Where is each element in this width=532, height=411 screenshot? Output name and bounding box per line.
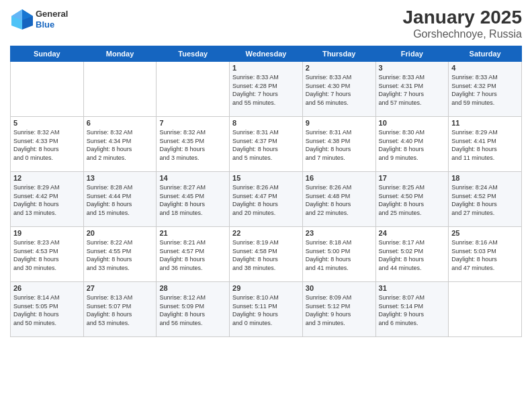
weekday-header-saturday: Saturday <box>449 46 522 62</box>
day-number: 30 <box>306 284 373 292</box>
day-number: 27 <box>87 284 154 292</box>
day-number: 21 <box>159 229 226 237</box>
cell-content: Sunrise: 8:18 AM Sunset: 5:00 PM Dayligh… <box>306 238 373 272</box>
cell-content: Sunrise: 8:30 AM Sunset: 4:40 PM Dayligh… <box>379 128 446 162</box>
calendar-week-row: 26Sunrise: 8:14 AM Sunset: 5:05 PM Dayli… <box>11 282 522 337</box>
logo: General Blue <box>10 7 68 32</box>
day-number: 2 <box>306 64 373 72</box>
day-number: 6 <box>87 119 154 127</box>
cell-content: Sunrise: 8:27 AM Sunset: 4:45 PM Dayligh… <box>159 183 226 217</box>
calendar-cell: 2Sunrise: 8:33 AM Sunset: 4:30 PM Daylig… <box>302 62 375 117</box>
cell-content: Sunrise: 8:26 AM Sunset: 4:47 PM Dayligh… <box>232 183 300 217</box>
calendar-subtitle: Gorshechnoye, Russia <box>403 28 522 40</box>
day-number: 18 <box>451 174 519 182</box>
calendar-cell: 17Sunrise: 8:25 AM Sunset: 4:50 PM Dayli… <box>375 172 449 227</box>
day-number: 9 <box>306 119 373 127</box>
day-number: 5 <box>13 119 81 127</box>
calendar-cell: 8Sunrise: 8:31 AM Sunset: 4:37 PM Daylig… <box>230 117 303 172</box>
calendar-cell: 22Sunrise: 8:19 AM Sunset: 4:58 PM Dayli… <box>230 227 303 282</box>
calendar-week-row: 5Sunrise: 8:32 AM Sunset: 4:33 PM Daylig… <box>11 117 522 172</box>
cell-content: Sunrise: 8:23 AM Sunset: 4:53 PM Dayligh… <box>13 238 81 272</box>
calendar-cell: 6Sunrise: 8:32 AM Sunset: 4:34 PM Daylig… <box>83 117 157 172</box>
calendar-table: SundayMondayTuesdayWednesdayThursdayFrid… <box>10 46 522 337</box>
calendar-cell: 14Sunrise: 8:27 AM Sunset: 4:45 PM Dayli… <box>157 172 230 227</box>
weekday-header-row: SundayMondayTuesdayWednesdayThursdayFrid… <box>11 46 522 62</box>
day-number: 17 <box>379 174 446 182</box>
day-number: 22 <box>232 229 300 237</box>
weekday-header-monday: Monday <box>83 46 157 62</box>
cell-content: Sunrise: 8:07 AM Sunset: 5:14 PM Dayligh… <box>379 293 446 327</box>
cell-content: Sunrise: 8:14 AM Sunset: 5:05 PM Dayligh… <box>13 293 81 327</box>
cell-content: Sunrise: 8:33 AM Sunset: 4:32 PM Dayligh… <box>451 73 519 107</box>
calendar-cell <box>11 62 84 117</box>
day-number: 15 <box>232 174 300 182</box>
day-number: 19 <box>13 229 81 237</box>
calendar-cell: 29Sunrise: 8:10 AM Sunset: 5:11 PM Dayli… <box>230 282 303 337</box>
calendar-cell: 20Sunrise: 8:22 AM Sunset: 4:55 PM Dayli… <box>83 227 157 282</box>
cell-content: Sunrise: 8:29 AM Sunset: 4:41 PM Dayligh… <box>451 128 519 162</box>
cell-content: Sunrise: 8:32 AM Sunset: 4:35 PM Dayligh… <box>159 128 226 162</box>
calendar-cell: 24Sunrise: 8:17 AM Sunset: 5:02 PM Dayli… <box>375 227 449 282</box>
day-number: 7 <box>159 119 226 127</box>
cell-content: Sunrise: 8:31 AM Sunset: 4:37 PM Dayligh… <box>232 128 300 162</box>
day-number: 4 <box>451 64 519 72</box>
day-number: 20 <box>87 229 154 237</box>
cell-content: Sunrise: 8:22 AM Sunset: 4:55 PM Dayligh… <box>87 238 154 272</box>
day-number: 8 <box>232 119 300 127</box>
calendar-cell: 10Sunrise: 8:30 AM Sunset: 4:40 PM Dayli… <box>375 117 449 172</box>
cell-content: Sunrise: 8:19 AM Sunset: 4:58 PM Dayligh… <box>232 238 300 272</box>
day-number: 1 <box>232 64 300 72</box>
cell-content: Sunrise: 8:33 AM Sunset: 4:30 PM Dayligh… <box>306 73 373 107</box>
weekday-header-sunday: Sunday <box>11 46 84 62</box>
cell-content: Sunrise: 8:12 AM Sunset: 5:09 PM Dayligh… <box>159 293 226 327</box>
calendar-cell: 26Sunrise: 8:14 AM Sunset: 5:05 PM Dayli… <box>11 282 84 337</box>
calendar-cell: 19Sunrise: 8:23 AM Sunset: 4:53 PM Dayli… <box>11 227 84 282</box>
day-number: 10 <box>379 119 446 127</box>
cell-content: Sunrise: 8:32 AM Sunset: 4:33 PM Dayligh… <box>13 128 81 162</box>
calendar-week-row: 19Sunrise: 8:23 AM Sunset: 4:53 PM Dayli… <box>11 227 522 282</box>
logo-blue: Blue <box>36 19 68 30</box>
calendar-cell: 9Sunrise: 8:31 AM Sunset: 4:38 PM Daylig… <box>302 117 375 172</box>
day-number: 25 <box>451 229 519 237</box>
calendar-cell: 23Sunrise: 8:18 AM Sunset: 5:00 PM Dayli… <box>302 227 375 282</box>
calendar-cell: 18Sunrise: 8:24 AM Sunset: 4:52 PM Dayli… <box>449 172 522 227</box>
cell-content: Sunrise: 8:28 AM Sunset: 4:44 PM Dayligh… <box>87 183 154 217</box>
day-number: 28 <box>159 284 226 292</box>
calendar-title: January 2025 <box>403 7 522 28</box>
day-number: 12 <box>13 174 81 182</box>
cell-content: Sunrise: 8:31 AM Sunset: 4:38 PM Dayligh… <box>306 128 373 162</box>
cell-content: Sunrise: 8:33 AM Sunset: 4:28 PM Dayligh… <box>232 73 300 107</box>
cell-content: Sunrise: 8:16 AM Sunset: 5:03 PM Dayligh… <box>451 238 519 272</box>
day-number: 23 <box>306 229 373 237</box>
title-block: January 2025 Gorshechnoye, Russia <box>403 7 522 40</box>
day-number: 16 <box>306 174 373 182</box>
weekday-header-wednesday: Wednesday <box>230 46 303 62</box>
calendar-cell: 31Sunrise: 8:07 AM Sunset: 5:14 PM Dayli… <box>375 282 449 337</box>
cell-content: Sunrise: 8:29 AM Sunset: 4:42 PM Dayligh… <box>13 183 81 217</box>
cell-content: Sunrise: 8:32 AM Sunset: 4:34 PM Dayligh… <box>87 128 154 162</box>
calendar-cell: 7Sunrise: 8:32 AM Sunset: 4:35 PM Daylig… <box>157 117 230 172</box>
calendar-cell: 4Sunrise: 8:33 AM Sunset: 4:32 PM Daylig… <box>449 62 522 117</box>
day-number: 26 <box>13 284 81 292</box>
weekday-header-friday: Friday <box>375 46 449 62</box>
calendar-cell <box>157 62 230 117</box>
day-number: 14 <box>159 174 226 182</box>
calendar-cell: 1Sunrise: 8:33 AM Sunset: 4:28 PM Daylig… <box>230 62 303 117</box>
day-number: 24 <box>379 229 446 237</box>
day-number: 11 <box>451 119 519 127</box>
calendar-cell: 11Sunrise: 8:29 AM Sunset: 4:41 PM Dayli… <box>449 117 522 172</box>
cell-content: Sunrise: 8:09 AM Sunset: 5:12 PM Dayligh… <box>306 293 373 327</box>
logo-general: General <box>36 9 68 19</box>
calendar-cell: 5Sunrise: 8:32 AM Sunset: 4:33 PM Daylig… <box>11 117 84 172</box>
header: General Blue January 2025 Gorshechnoye, … <box>10 7 522 40</box>
cell-content: Sunrise: 8:26 AM Sunset: 4:48 PM Dayligh… <box>306 183 373 217</box>
logo-icon <box>10 7 36 32</box>
calendar-cell: 3Sunrise: 8:33 AM Sunset: 4:31 PM Daylig… <box>375 62 449 117</box>
calendar-week-row: 1Sunrise: 8:33 AM Sunset: 4:28 PM Daylig… <box>11 62 522 117</box>
calendar-cell: 13Sunrise: 8:28 AM Sunset: 4:44 PM Dayli… <box>83 172 157 227</box>
cell-content: Sunrise: 8:21 AM Sunset: 4:57 PM Dayligh… <box>159 238 226 272</box>
calendar-cell: 25Sunrise: 8:16 AM Sunset: 5:03 PM Dayli… <box>449 227 522 282</box>
calendar-week-row: 12Sunrise: 8:29 AM Sunset: 4:42 PM Dayli… <box>11 172 522 227</box>
weekday-header-thursday: Thursday <box>302 46 375 62</box>
cell-content: Sunrise: 8:24 AM Sunset: 4:52 PM Dayligh… <box>451 183 519 217</box>
